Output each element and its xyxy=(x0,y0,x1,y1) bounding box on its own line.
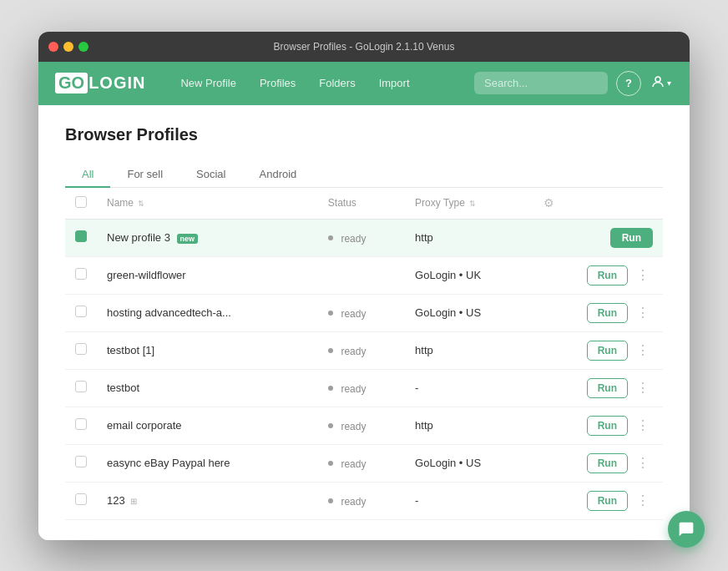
run-button[interactable]: Run xyxy=(587,341,628,361)
run-button[interactable]: Run xyxy=(587,416,628,436)
row-actions: Run ⋮ xyxy=(543,453,653,473)
row-proxy-cell: GoLogin • US xyxy=(405,294,533,331)
row-actions: Run ⋮ xyxy=(543,265,653,286)
row-name-cell: easync eBay Paypal here xyxy=(97,444,318,482)
row-actions: Run ⋮ xyxy=(543,303,653,323)
nav-profiles[interactable]: Profiles xyxy=(250,72,306,94)
row-checkbox[interactable] xyxy=(75,268,87,280)
row-status-cell: ready xyxy=(318,369,405,407)
tab-social[interactable]: Social xyxy=(179,161,242,187)
row-proxy-cell: - xyxy=(405,482,533,519)
tab-all[interactable]: All xyxy=(65,161,110,187)
run-button[interactable]: Run xyxy=(587,265,628,286)
th-name[interactable]: Name ⇅ xyxy=(97,188,318,220)
run-button[interactable]: Run xyxy=(587,453,628,473)
maximize-button[interactable] xyxy=(78,42,88,52)
row-actions-cell: Run ⋮ xyxy=(533,407,663,444)
user-dropdown-arrow: ▾ xyxy=(667,78,671,88)
row-proxy-cell: http xyxy=(405,407,533,444)
row-checkbox[interactable] xyxy=(75,456,87,467)
select-all-checkbox[interactable] xyxy=(75,196,87,208)
user-menu-button[interactable]: ▾ xyxy=(648,71,673,96)
more-options-button[interactable]: ⋮ xyxy=(633,453,653,472)
row-checkbox[interactable] xyxy=(75,343,87,355)
nav-folders[interactable]: Folders xyxy=(309,72,365,94)
th-proxy-type[interactable]: Proxy Type ⇅ xyxy=(405,188,533,220)
run-button[interactable]: Run xyxy=(587,378,628,398)
table-row: New profile 3 new ready http Run xyxy=(65,219,663,256)
nav-import[interactable]: Import xyxy=(369,72,420,94)
row-actions-cell: Run ⋮ xyxy=(533,331,663,369)
titlebar: Browser Profiles - GoLogin 2.1.10 Venus xyxy=(38,32,690,62)
tabs-bar: All For sell Social Android xyxy=(65,161,663,188)
row-status-cell: ready xyxy=(318,331,405,369)
run-button[interactable]: Run xyxy=(587,491,628,511)
row-actions: Run xyxy=(543,228,653,248)
close-button[interactable] xyxy=(48,42,58,52)
tab-android[interactable]: Android xyxy=(243,161,314,187)
row-actions-cell: Run ⋮ xyxy=(533,444,663,482)
row-proxy-cell: http xyxy=(405,219,533,256)
table-row: hosting advancedtech-a... ready GoLogin … xyxy=(65,294,663,331)
profile-name: New profile 3 xyxy=(107,231,170,244)
status-dot xyxy=(328,386,333,391)
more-options-button[interactable]: ⋮ xyxy=(633,491,653,510)
more-options-button[interactable]: ⋮ xyxy=(633,378,653,397)
row-checkbox-cell xyxy=(65,219,97,256)
row-status-cell: ready xyxy=(318,294,405,331)
status-dot xyxy=(328,348,333,353)
profile-name: 123 xyxy=(107,494,125,507)
profile-name: hosting advancedtech-a... xyxy=(107,306,231,319)
nav-new-profile[interactable]: New Profile xyxy=(170,72,245,94)
th-status: Status xyxy=(318,188,405,220)
profile-name: green-wildflower xyxy=(107,269,186,281)
run-button[interactable]: Run xyxy=(587,303,628,323)
row-checkbox[interactable] xyxy=(75,230,87,242)
more-options-button[interactable]: ⋮ xyxy=(633,341,653,360)
run-button[interactable]: Run xyxy=(610,228,653,248)
help-icon-button[interactable]: ? xyxy=(616,71,641,96)
row-name-cell: New profile 3 new xyxy=(97,219,318,256)
logo[interactable]: GO LOGIN xyxy=(55,73,145,93)
th-checkbox[interactable] xyxy=(65,188,97,220)
row-name-cell: testbot [1] xyxy=(97,331,318,369)
more-options-button[interactable]: ⋮ xyxy=(633,265,653,285)
window-title: Browser Profiles - GoLogin 2.1.10 Venus xyxy=(274,41,455,53)
row-status-cell: ready xyxy=(318,407,405,444)
tab-for-sell[interactable]: For sell xyxy=(110,161,179,187)
row-checkbox[interactable] xyxy=(75,418,87,430)
search-input[interactable] xyxy=(474,72,608,94)
status-dot xyxy=(328,423,333,428)
name-sort-icon: ⇅ xyxy=(138,200,144,208)
content-area: Browser Profiles All For sell Social And… xyxy=(38,105,690,540)
row-checkbox[interactable] xyxy=(75,381,87,392)
table-row: green-wildflower GoLogin • UK Run ⋮ xyxy=(65,256,663,294)
th-proxy-label: Proxy Type xyxy=(415,197,465,209)
extension-icon: ⊞ xyxy=(130,497,137,506)
row-status-cell: ready xyxy=(318,219,405,256)
row-status-cell xyxy=(318,256,405,294)
status-text: ready xyxy=(341,457,366,469)
row-proxy-cell: GoLogin • US xyxy=(405,444,533,482)
nav-icons: ? ▾ xyxy=(616,71,673,96)
window-controls[interactable] xyxy=(48,42,88,52)
nav-links: New Profile Profiles Folders Import xyxy=(170,72,474,94)
profiles-table: Name ⇅ Status Proxy Type ⇅ ⚙ xyxy=(65,188,663,520)
minimize-button[interactable] xyxy=(63,42,73,52)
status-dot xyxy=(328,498,333,503)
status-dot xyxy=(328,235,333,240)
status-text: ready xyxy=(341,345,366,356)
row-proxy-cell: GoLogin • UK xyxy=(405,256,533,294)
row-name-cell: testbot xyxy=(97,369,318,407)
navbar: GO LOGIN New Profile Profiles Folders Im… xyxy=(38,62,690,105)
row-actions-cell: Run ⋮ xyxy=(533,294,663,331)
status-text: ready xyxy=(341,420,366,432)
row-checkbox[interactable] xyxy=(75,306,87,317)
more-options-button[interactable]: ⋮ xyxy=(633,416,653,435)
row-actions-cell: Run ⋮ xyxy=(533,482,663,519)
chat-button[interactable] xyxy=(668,511,705,548)
more-options-button[interactable]: ⋮ xyxy=(633,303,653,322)
row-checkbox[interactable] xyxy=(75,493,87,505)
table-row: email corporate ready http Run ⋮ xyxy=(65,407,663,444)
table-settings-icon[interactable]: ⚙ xyxy=(543,196,554,210)
